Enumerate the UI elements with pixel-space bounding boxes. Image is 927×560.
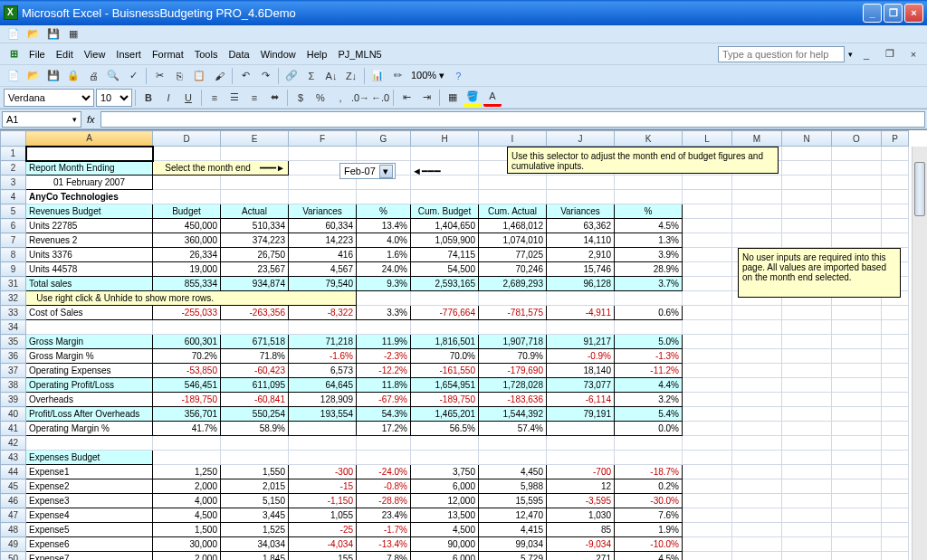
cell[interactable]: -0.8% <box>357 479 411 494</box>
decrease-decimal-icon[interactable]: ←.0 <box>371 89 389 107</box>
menu-edit[interactable]: Edit <box>51 47 79 62</box>
cell[interactable]: -24.0% <box>357 465 411 479</box>
menu-tools[interactable]: Tools <box>189 47 224 62</box>
cell[interactable]: Expense2 <box>26 479 153 494</box>
cell[interactable]: 1,468,012 <box>479 219 547 233</box>
dropdown-arrow-icon[interactable]: ▾ <box>379 165 393 178</box>
cell[interactable]: 23.4% <box>357 508 411 523</box>
maximize-button[interactable]: ❐ <box>884 4 903 23</box>
cell[interactable]: -10.0% <box>615 537 683 552</box>
borders-icon[interactable]: ▦ <box>444 89 462 107</box>
cell[interactable]: 4.5% <box>615 552 683 561</box>
cell[interactable]: Gross Margin <box>26 335 153 349</box>
cell[interactable]: Expense4 <box>26 508 153 523</box>
cell[interactable]: 510,334 <box>221 219 289 233</box>
cell[interactable]: 70.9% <box>479 349 547 364</box>
cell[interactable]: Gross Margin % <box>26 349 153 364</box>
col-header-L[interactable]: L <box>683 131 732 147</box>
cell[interactable]: 1,404,650 <box>411 219 479 233</box>
cell[interactable]: -9,034 <box>547 537 615 552</box>
cell[interactable]: 26,334 <box>153 248 221 262</box>
cell[interactable] <box>547 422 615 436</box>
cell[interactable]: Expense7 <box>26 552 153 561</box>
row-header[interactable]: 3 <box>1 176 26 190</box>
row-header[interactable]: 36 <box>1 349 26 364</box>
preview-icon[interactable]: 🔍 <box>104 67 122 85</box>
cell[interactable]: 2,910 <box>547 248 615 262</box>
cell[interactable]: 0.6% <box>615 306 683 320</box>
zoom-value[interactable]: 100% <box>411 70 436 81</box>
cell[interactable]: 4,500 <box>411 523 479 537</box>
open-doc-icon[interactable]: 📂 <box>24 67 43 85</box>
open-icon[interactable]: 📂 <box>24 25 43 43</box>
cell[interactable]: 54,500 <box>411 262 479 277</box>
redo-icon[interactable]: ↷ <box>256 67 274 85</box>
menu-insert[interactable]: Insert <box>110 47 147 62</box>
save-icon[interactable]: 💾 <box>44 25 62 43</box>
cell[interactable]: 01 February 2007 <box>26 176 153 190</box>
row-header[interactable]: 7 <box>1 233 26 248</box>
new-icon[interactable]: 📄 <box>5 25 23 43</box>
cell[interactable]: 24.0% <box>357 262 411 277</box>
col-header-O[interactable]: O <box>832 131 882 147</box>
cell[interactable]: 1,654,951 <box>411 378 479 393</box>
cell[interactable]: 1,059,900 <box>411 233 479 248</box>
cell[interactable]: -0.9% <box>547 349 615 364</box>
cell[interactable]: 7.8% <box>357 552 411 561</box>
sort-asc-icon[interactable]: A↓ <box>322 67 340 85</box>
cut-icon[interactable]: ✂ <box>150 67 168 85</box>
name-box[interactable]: A1▾ <box>2 111 81 128</box>
cell[interactable]: -18.7% <box>615 465 683 479</box>
row-header[interactable]: 5 <box>1 204 26 219</box>
italic-icon[interactable]: I <box>159 89 177 107</box>
col-header-H[interactable]: H <box>411 131 479 147</box>
cell[interactable]: 90,000 <box>411 537 479 552</box>
menu-file[interactable]: File <box>24 47 51 62</box>
increase-decimal-icon[interactable]: .0→ <box>351 89 369 107</box>
row-header[interactable]: 8 <box>1 248 26 262</box>
cell[interactable]: 71.8% <box>221 349 289 364</box>
cell[interactable]: -161,550 <box>411 364 479 378</box>
cell[interactable]: 6,573 <box>289 364 357 378</box>
cell[interactable]: 79,540 <box>289 277 357 291</box>
cell[interactable]: 0.2% <box>615 479 683 494</box>
cell[interactable]: 1,816,501 <box>411 335 479 349</box>
cell[interactable]: 4,500 <box>153 508 221 523</box>
row-header[interactable]: 44 <box>1 465 26 479</box>
cell[interactable]: 1.6% <box>357 248 411 262</box>
col-header-P[interactable]: P <box>882 131 909 147</box>
cell[interactable]: 60,334 <box>289 219 357 233</box>
underline-icon[interactable]: U <box>179 89 197 107</box>
formula-bar[interactable] <box>100 111 925 128</box>
cell[interactable]: -189,750 <box>153 393 221 407</box>
cell[interactable]: 34,034 <box>221 537 289 552</box>
cell[interactable]: 1,465,201 <box>411 407 479 422</box>
permission-icon[interactable]: 🔒 <box>64 67 82 85</box>
cell[interactable]: Units 44578 <box>26 262 153 277</box>
cell[interactable]: 193,554 <box>289 407 357 422</box>
cell[interactable]: 1,550 <box>221 465 289 479</box>
cell[interactable]: -263,356 <box>221 306 289 320</box>
row-header[interactable]: 38 <box>1 378 26 393</box>
menu-help[interactable]: Help <box>301 47 333 62</box>
col-header-E[interactable]: E <box>221 131 289 147</box>
cell[interactable]: 19,000 <box>153 262 221 277</box>
cell[interactable]: 1.9% <box>615 523 683 537</box>
cell[interactable]: 1,728,028 <box>479 378 547 393</box>
col-header-D[interactable]: D <box>153 131 221 147</box>
hyperlink-icon[interactable]: 🔗 <box>282 67 301 85</box>
autosum-icon[interactable]: Σ <box>302 67 320 85</box>
cell[interactable]: 64,645 <box>289 378 357 393</box>
copy-icon[interactable]: ⎘ <box>170 67 188 85</box>
cell[interactable]: 271 <box>547 552 615 561</box>
cell[interactable]: Operating Margin % <box>26 422 153 436</box>
drawing-icon[interactable]: ✏ <box>388 67 406 85</box>
row-header[interactable]: 50 <box>1 552 26 561</box>
cell[interactable]: 3.9% <box>615 248 683 262</box>
cell[interactable]: 79,191 <box>547 407 615 422</box>
cell[interactable]: 41.7% <box>153 422 221 436</box>
cell[interactable]: 77,025 <box>479 248 547 262</box>
cell[interactable]: 12 <box>547 479 615 494</box>
row-header[interactable]: 32 <box>1 291 26 306</box>
doc-close-icon[interactable]: × <box>904 45 922 63</box>
